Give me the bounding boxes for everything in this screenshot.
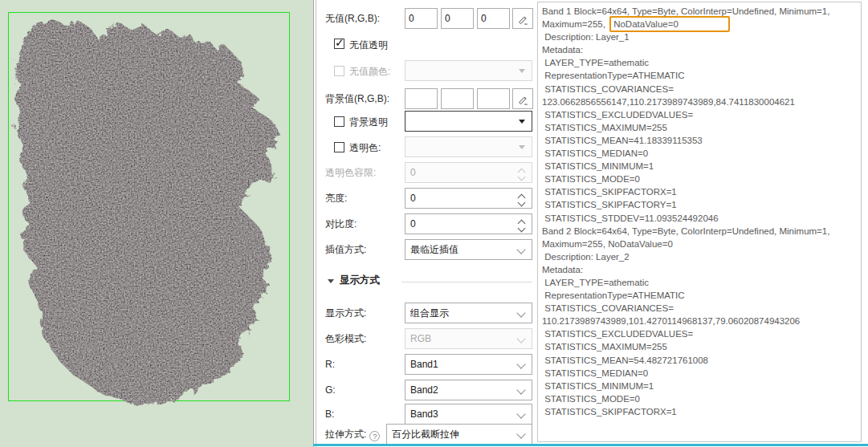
- pencil-icon: [517, 14, 528, 26]
- transparent-color-dropdown[interactable]: [405, 136, 532, 157]
- metadata-line: Maximum=255, NoDataValue=0: [542, 238, 861, 250]
- metadata-line: STATISTICS_COVARIANCES=: [542, 302, 861, 315]
- metadata-line: Description: Layer_2: [542, 250, 861, 263]
- no-value-r-input[interactable]: [405, 8, 438, 29]
- stretch-dropdown[interactable]: 百分比截断拉伸: [386, 424, 532, 445]
- raster-preview-image: [0, 0, 313, 447]
- background-b-input[interactable]: [477, 88, 510, 109]
- metadata-line: Metadata:: [542, 263, 861, 276]
- band-b-dropdown[interactable]: Band3: [405, 404, 532, 425]
- color-mode-dropdown[interactable]: RGB: [405, 328, 532, 349]
- no-value-transparent-label: 无值透明: [349, 39, 388, 52]
- background-transparent-label: 背景透明: [349, 116, 388, 129]
- display-section-header[interactable]: 显示方式: [340, 274, 380, 287]
- band-metadata-text[interactable]: Band 1 Block=64x64, Type=Byte, ColorInte…: [537, 2, 862, 442]
- raster-properties-panel: 无值(R,G,B): ✓ 无值透明 无值颜色: 背景值(R,G,B):: [316, 0, 537, 447]
- no-value-b-input[interactable]: [477, 8, 510, 29]
- nodata-highlight-box: NoDataValue=0: [609, 16, 730, 32]
- no-value-transparent-row: ✓ 无值透明: [316, 39, 537, 51]
- stretch-label: 拉伸方式:: [325, 429, 366, 440]
- background-g-input[interactable]: [441, 88, 474, 109]
- metadata-line: STATISTICS_SKIPFACTORX=1: [542, 185, 861, 198]
- tolerance-spinner[interactable]: 0: [405, 162, 532, 183]
- brightness-spinner[interactable]: 0: [405, 188, 532, 209]
- help-icon[interactable]: ?: [369, 431, 380, 441]
- section-collapse-icon[interactable]: [328, 279, 334, 283]
- no-value-transparent-checkbox[interactable]: ✓: [334, 39, 344, 49]
- metadata-line: Maximum=255, NoDataValue=0: [542, 18, 861, 30]
- pencil-icon: [517, 95, 528, 106]
- metadata-line: STATISTICS_SKIPFACTORX=1: [542, 405, 861, 418]
- background-pick-button[interactable]: [512, 88, 533, 109]
- dropdown-arrow-icon: [519, 120, 525, 124]
- contrast-spinner[interactable]: 0: [405, 213, 532, 234]
- metadata-line: STATISTICS_MINIMUM=1: [542, 160, 861, 173]
- no-value-color-dropdown[interactable]: [405, 60, 532, 81]
- transparent-color-checkbox[interactable]: [334, 142, 344, 152]
- band-g-dropdown[interactable]: Band2: [405, 380, 532, 400]
- metadata-line: STATISTICS_EXCLUDEDVALUES=: [542, 327, 861, 340]
- background-value-label: 背景值(R,G,B):: [325, 88, 389, 109]
- metadata-line: Metadata:: [542, 43, 861, 56]
- no-value-color-checkbox[interactable]: [334, 66, 344, 76]
- display-mode-label: 显示方式:: [325, 303, 366, 323]
- metadata-line: Description: Layer_1: [542, 30, 861, 43]
- contrast-label: 对比度:: [325, 213, 357, 234]
- map-viewport[interactable]: [0, 0, 313, 447]
- no-value-color-label: 无值颜色:: [349, 65, 390, 79]
- background-color-dropdown[interactable]: [405, 111, 532, 132]
- metadata-line: 110.2173989743989,101.4270114968137,79.0…: [542, 315, 861, 327]
- transparent-color-label: 透明色:: [349, 141, 381, 155]
- metadata-line: STATISTICS_MINIMUM=1: [542, 380, 861, 392]
- background-r-input[interactable]: [405, 88, 438, 109]
- metadata-line: STATISTICS_MAXIMUM=255: [542, 340, 861, 353]
- dropdown-arrow-icon: [519, 69, 525, 73]
- no-value-g-input[interactable]: [441, 8, 474, 29]
- background-transparent-checkbox[interactable]: [334, 116, 344, 127]
- color-mode-label: 色彩模式:: [325, 328, 366, 349]
- metadata-line: STATISTICS_MODE=0: [542, 392, 861, 405]
- metadata-line: Band 2 Block=64x64, Type=Byte, ColorInte…: [542, 225, 861, 238]
- metadata-line: 123.0662856556147,110.2173989743989,84.7…: [542, 95, 861, 108]
- metadata-line: STATISTICS_EXCLUDEDVALUES=: [542, 108, 861, 121]
- section-divider: [401, 282, 532, 282]
- metadata-line: LAYER_TYPE=athematic: [542, 56, 861, 69]
- metadata-line: STATISTICS_MEAN=54.482721761008: [542, 354, 861, 367]
- no-value-pick-button[interactable]: [512, 8, 533, 29]
- tolerance-label: 透明色容限:: [325, 162, 376, 183]
- metadata-line: STATISTICS_STDDEV=11.093524492046: [542, 212, 861, 225]
- metadata-line: RepresentationType=ATHEMATIC: [542, 289, 861, 302]
- metadata-line: LAYER_TYPE=athematic: [542, 276, 861, 289]
- metadata-line: STATISTICS_COVARIANCES=: [542, 83, 861, 95]
- metadata-line: STATISTICS_MEAN=41.18339115353: [542, 134, 861, 147]
- brightness-label: 亮度:: [325, 188, 347, 209]
- band-r-label: R:: [325, 354, 335, 375]
- metadata-line: STATISTICS_MODE=0: [542, 173, 861, 185]
- band-g-label: G:: [325, 380, 336, 400]
- dropdown-arrow-icon: [519, 145, 525, 149]
- metadata-line: STATISTICS_SKIPFACTORY=1: [542, 198, 861, 211]
- metadata-line: STATISTICS_MEDIAN=0: [542, 147, 861, 160]
- metadata-line: STATISTICS_MEDIAN=0: [542, 367, 861, 380]
- metadata-line: RepresentationType=ATHEMATIC: [542, 69, 861, 82]
- metadata-line: STATISTICS_MAXIMUM=255: [542, 121, 861, 134]
- no-value-label: 无值(R,G,B):: [325, 8, 380, 29]
- band-b-label: B:: [325, 404, 334, 425]
- raster-region-shape: [11, 16, 278, 403]
- band-r-dropdown[interactable]: Band1: [405, 354, 532, 375]
- display-mode-dropdown[interactable]: 组合显示: [405, 303, 532, 323]
- interpolation-label: 插值方式:: [325, 239, 366, 260]
- interpolation-dropdown[interactable]: 最临近插值: [405, 239, 532, 260]
- panel-splitter[interactable]: [313, 0, 314, 447]
- bottom-accent-bar: [313, 444, 868, 446]
- check-icon: ✓: [335, 36, 344, 49]
